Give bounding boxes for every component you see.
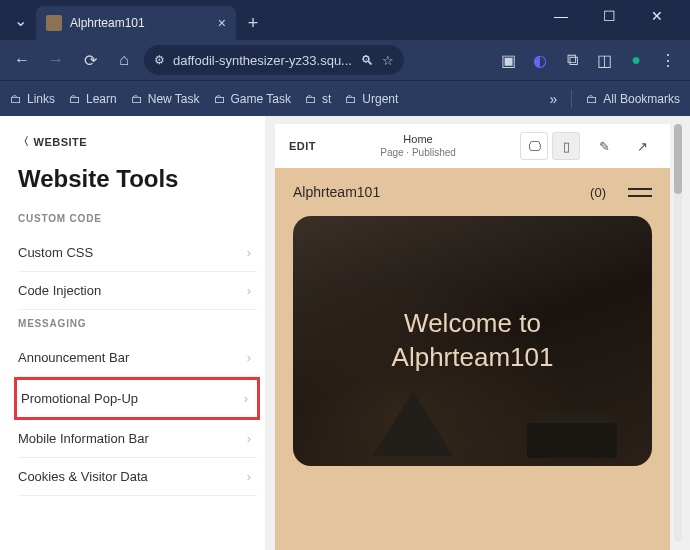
bookmark-folder[interactable]: 🗀st [305,92,331,106]
page-info[interactable]: Home Page · Published [326,133,510,158]
folder-icon: 🗀 [214,92,226,106]
site-settings-icon[interactable]: ⚙ [154,53,165,67]
menu-item-custom-css[interactable]: Custom CSS› [18,234,257,272]
site-name[interactable]: Alphrteam101 [293,184,380,200]
menu-item-mobile-info-bar[interactable]: Mobile Information Bar› [18,420,257,458]
highlighted-menu-item: Promotional Pop-Up› [14,377,260,420]
menu-item-cookies-visitor[interactable]: Cookies & Visitor Data› [18,458,257,496]
profile-icon[interactable]: ● [622,46,650,74]
sidebar-title: Website Tools [18,165,257,193]
chevron-right-icon: › [247,350,251,365]
window-controls: — ☐ ✕ [540,2,690,40]
extension-icon-2[interactable]: ◐ [526,46,554,74]
tab-title: Alphrteam101 [70,16,210,30]
folder-icon: 🗀 [586,92,598,106]
extensions-button[interactable]: ⧉ [558,46,586,74]
favicon-icon [46,15,62,31]
back-to-website-link[interactable]: 〈 WEBSITE [18,134,257,149]
browser-menu-icon[interactable]: ⋮ [654,46,682,74]
all-bookmarks-button[interactable]: 🗀All Bookmarks [586,92,680,106]
url-bar[interactable]: ⚙ daffodil-synthesizer-yz33.squ... 🔍︎ ☆ [144,45,404,75]
desktop-view-button[interactable]: 🖵 [520,132,548,160]
zoom-icon[interactable]: 🔍︎ [361,53,374,68]
scrollbar-track[interactable] [674,124,682,542]
chevron-right-icon: › [247,283,251,298]
hero-section: Welcome to Alphrteam101 [293,216,652,466]
folder-icon: 🗀 [10,92,22,106]
folder-icon: 🗀 [131,92,143,106]
decorative-pyramid [373,391,453,456]
menu-item-announcement-bar[interactable]: Announcement Bar› [18,339,257,377]
site-header: Alphrteam101 (0) [275,168,670,216]
browser-tab[interactable]: Alphrteam101 × [36,6,236,40]
close-icon[interactable]: × [218,15,226,31]
window-titlebar: ⌄ Alphrteam101 × + — ☐ ✕ [0,0,690,40]
edit-button[interactable]: EDIT [289,140,316,152]
section-label: CUSTOM CODE [18,213,257,224]
folder-icon: 🗀 [305,92,317,106]
chevron-right-icon: › [244,391,248,406]
url-text: daffodil-synthesizer-yz33.squ... [173,53,353,68]
preview-area: EDIT Home Page · Published 🖵 ▯ ✎ ↗ Alphr… [265,116,690,550]
maximize-button[interactable]: ☐ [588,2,630,30]
browser-toolbar: ← → ⟳ ⌂ ⚙ daffodil-synthesizer-yz33.squ.… [0,40,690,80]
expand-button[interactable]: ↗ [628,132,656,160]
folder-icon: 🗀 [345,92,357,106]
section-label: MESSAGING [18,318,257,329]
sidebar: 〈 WEBSITE Website Tools CUSTOM CODE Cust… [0,116,265,550]
reload-button[interactable]: ⟳ [76,46,104,74]
browser-menu-button[interactable]: ⌄ [8,6,32,34]
page-status: Page · Published [326,147,510,159]
sidepanel-button[interactable]: ◫ [590,46,618,74]
new-tab-button[interactable]: + [238,13,268,34]
site-preview-frame: Alphrteam101 (0) Welcome to Alphrteam101 [275,168,670,550]
menu-item-promotional-popup[interactable]: Promotional Pop-Up› [21,380,254,417]
chevron-right-icon: › [247,245,251,260]
preview-toolbar: EDIT Home Page · Published 🖵 ▯ ✎ ↗ [275,124,670,168]
back-button[interactable]: ← [8,46,36,74]
cart-count[interactable]: (0) [590,185,606,200]
bookmarks-bar: 🗀Links 🗀Learn 🗀New Task 🗀Game Task 🗀st 🗀… [0,80,690,116]
page-title: Home [326,133,510,146]
folder-icon: 🗀 [69,92,81,106]
star-icon[interactable]: ☆ [382,53,394,68]
style-button[interactable]: ✎ [590,132,618,160]
page-content: 〈 WEBSITE Website Tools CUSTOM CODE Cust… [0,116,690,550]
forward-button[interactable]: → [42,46,70,74]
chevron-right-icon: › [247,431,251,446]
decorative-books [527,423,617,458]
hero-text: Welcome to Alphrteam101 [392,307,554,375]
hamburger-menu-icon[interactable] [628,188,652,197]
mobile-view-button[interactable]: ▯ [552,132,580,160]
close-window-button[interactable]: ✕ [636,2,678,30]
separator [571,90,572,108]
scrollbar-thumb[interactable] [674,124,682,194]
home-button[interactable]: ⌂ [110,46,138,74]
chevron-left-icon: 〈 [18,134,30,149]
bookmarks-overflow-button[interactable]: » [550,91,558,107]
minimize-button[interactable]: — [540,2,582,30]
menu-item-code-injection[interactable]: Code Injection› [18,272,257,310]
bookmark-folder[interactable]: 🗀Game Task [214,92,291,106]
extension-icon-1[interactable]: ▣ [494,46,522,74]
bookmark-folder[interactable]: 🗀New Task [131,92,200,106]
bookmark-folder[interactable]: 🗀Learn [69,92,117,106]
bookmark-folder[interactable]: 🗀Links [10,92,55,106]
chevron-right-icon: › [247,469,251,484]
bookmark-folder[interactable]: 🗀Urgent [345,92,398,106]
